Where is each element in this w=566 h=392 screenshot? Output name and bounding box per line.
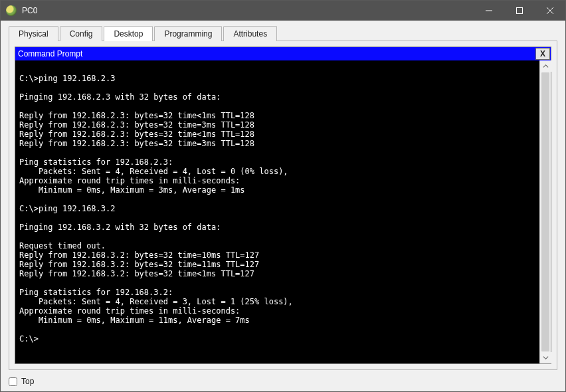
console-line [19,278,537,288]
console-output[interactable]: C:\>ping 192.168.2.3Pinging 192.168.2.3 … [15,60,539,363]
top-checkbox[interactable] [9,377,17,386]
console-line: Pinging 192.168.3.2 with 32 bytes of dat… [19,223,537,232]
console-line [19,83,537,92]
console-line: Reply from 192.168.3.2: bytes=32 time<1m… [19,269,537,278]
command-prompt-close-button[interactable]: X [535,48,550,60]
console-line: Reply from 192.168.3.2: bytes=32 time=10… [19,250,537,260]
console-line: Ping statistics for 192.168.2.3: [19,157,537,167]
svg-rect-0 [517,8,523,14]
maximize-icon [516,7,523,14]
tab-config[interactable]: Config [60,26,103,41]
console-line [19,195,537,204]
console-line: Ping statistics for 192.168.3.2: [19,288,537,297]
top-label: Top [21,377,34,386]
console-line: Minimum = 0ms, Maximum = 3ms, Average = … [19,185,537,195]
console-line: Packets: Sent = 4, Received = 3, Lost = … [19,297,537,306]
console-line: Reply from 192.168.2.3: bytes=32 time=3m… [19,139,537,148]
console-line: Reply from 192.168.3.2: bytes=32 time=11… [19,260,537,269]
titlebar[interactable]: PC0 [1,1,565,21]
scroll-thumb[interactable] [541,72,549,351]
scroll-down-arrow-icon[interactable] [540,352,551,363]
tab-attributes[interactable]: Attributes [223,26,277,41]
chevron-up-icon [543,63,549,69]
console-line: Packets: Sent = 4, Received = 4, Lost = … [19,167,537,176]
app-window: PC0 Physical Config Desktop Programming … [0,0,566,392]
tab-panel: Command Prompt X C:\>ping 192.168.2.3Pin… [9,41,557,370]
close-icon [547,7,553,14]
console-line: Reply from 192.168.2.3: bytes=32 time=3m… [19,120,537,130]
close-button[interactable] [535,1,565,21]
window-title: PC0 [22,6,37,15]
footer: Top [1,374,565,391]
console-line: Approximate round trip times in milli-se… [19,306,537,316]
chevron-down-icon [543,355,549,361]
vertical-scrollbar[interactable] [539,60,551,363]
console-line: Reply from 192.168.2.3: bytes=32 time<1m… [19,111,537,120]
app-icon [6,5,17,16]
minimize-button[interactable] [474,1,504,21]
tab-physical[interactable]: Physical [9,26,58,41]
console-line: Request timed out. [19,241,537,250]
tab-programming[interactable]: Programming [154,26,222,41]
command-prompt-window: Command Prompt X C:\>ping 192.168.2.3Pin… [15,47,551,364]
scroll-up-arrow-icon[interactable] [540,60,551,72]
console-line [19,213,537,223]
minimize-icon [486,7,492,14]
console-line: C:\> [19,334,537,343]
console-line: Minimum = 0ms, Maximum = 11ms, Average =… [19,316,537,325]
console-line: C:\>ping 192.168.2.3 [19,74,537,83]
console-line: Approximate round trip times in milli-se… [19,176,537,185]
console-line [19,232,537,241]
console-line: C:\>ping 192.168.3.2 [19,204,537,213]
console-line: Reply from 192.168.2.3: bytes=32 time<1m… [19,130,537,139]
console-line: Pinging 192.168.2.3 with 32 bytes of dat… [19,92,537,102]
console-line [19,64,537,74]
console-line [19,102,537,111]
client-area: Physical Config Desktop Programming Attr… [1,21,565,391]
command-prompt-title: Command Prompt [18,49,82,58]
console-wrap: C:\>ping 192.168.2.3Pinging 192.168.2.3 … [15,60,551,363]
command-prompt-titlebar[interactable]: Command Prompt X [15,47,551,60]
maximize-button[interactable] [504,1,535,21]
console-line [19,325,537,334]
console-line [19,148,537,157]
tab-desktop[interactable]: Desktop [104,26,153,41]
tabstrip: Physical Config Desktop Programming Attr… [1,21,565,41]
